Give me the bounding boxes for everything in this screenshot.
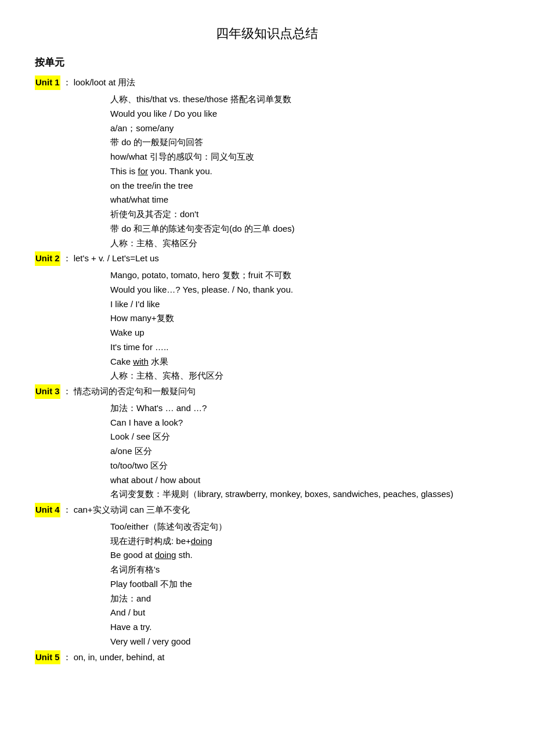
unit-line-1-9: 带 do 和三单的陈述句变否定句(do 的三单 does) xyxy=(110,222,499,236)
unit-line-4-7: Have a try. xyxy=(110,620,499,635)
unit-line-4-1: 现在进行时构成: be+doing xyxy=(110,534,499,549)
unit-line-1-8: 祈使句及其否定：don't xyxy=(110,207,499,222)
unit-first-line-1: look/loot at 用法 xyxy=(74,75,499,90)
unit-line-4-2: Be good at doing sth. xyxy=(110,548,499,563)
unit-line-2-6: Cake with 水果 xyxy=(110,355,499,369)
unit-first-line-5: on, in, under, behind, at xyxy=(74,650,499,665)
unit-line-3-6: 名词变复数：半规则（library, strawberry, monkey, b… xyxy=(110,487,499,502)
unit-line-2-0: Mango, potato, tomato, hero 复数；fruit 不可数 xyxy=(110,268,499,283)
unit-label-4: Unit 4 xyxy=(35,503,60,517)
unit-label-3: Unit 3 xyxy=(35,384,60,399)
unit-line-3-2: Look / see 区分 xyxy=(110,430,499,444)
page-title: 四年级知识点总结 xyxy=(35,23,499,44)
unit-line-1-5: This is for you. Thank you. xyxy=(110,164,499,179)
unit-label-2: Unit 2 xyxy=(35,251,60,266)
unit-line-3-4: to/too/two 区分 xyxy=(110,459,499,473)
unit-colon-5: ： xyxy=(63,650,71,665)
unit-content-2: Mango, potato, tomato, hero 复数；fruit 不可数… xyxy=(110,268,499,383)
unit-line-4-5: 加法：and xyxy=(110,592,499,606)
unit-first-line-4: can+实义动词 can 三单不变化 xyxy=(74,503,499,517)
unit-content-4: Too/either（陈述句改否定句）现在进行时构成: be+doingBe g… xyxy=(110,520,499,649)
unit-label-5: Unit 5 xyxy=(35,650,60,665)
unit-line-2-5: It's time for ….. xyxy=(110,340,499,355)
unit-line-1-7: what/what time xyxy=(110,193,499,207)
unit-line-1-6: on the tree/in the tree xyxy=(110,179,499,193)
unit-line-1-3: 带 do 的一般疑问句回答 xyxy=(110,135,499,150)
unit-first-line-3: 情态动词的否定句和一般疑问句 xyxy=(74,384,499,399)
unit-line-2-1: Would you like…? Yes, please. / No, than… xyxy=(110,283,499,297)
unit-line-4-8: Very well / very good xyxy=(110,635,499,649)
unit-label-1: Unit 1 xyxy=(35,75,60,90)
unit-line-4-4: Play football 不加 the xyxy=(110,577,499,592)
unit-line-2-3: How many+复数 xyxy=(110,311,499,326)
unit-line-3-3: a/one 区分 xyxy=(110,444,499,459)
units-container: Unit 1：look/loot at 用法人称、this/that vs. t… xyxy=(35,75,499,664)
unit-colon-2: ： xyxy=(63,251,71,266)
unit-block-2: Unit 2：let's + v. / Let's=Let usMango, p… xyxy=(35,251,499,383)
unit-line-1-2: a/an；some/any xyxy=(110,121,499,136)
unit-first-row-1: Unit 1：look/loot at 用法 xyxy=(35,75,499,90)
section-heading: 按单元 xyxy=(35,55,499,71)
unit-line-3-5: what about / how about xyxy=(110,473,499,488)
unit-block-5: Unit 5：on, in, under, behind, at xyxy=(35,650,499,665)
unit-line-2-4: Wake up xyxy=(110,326,499,340)
unit-line-1-10: 人称：主格、宾格区分 xyxy=(110,236,499,251)
unit-first-row-5: Unit 5：on, in, under, behind, at xyxy=(35,650,499,665)
unit-colon-4: ： xyxy=(63,503,71,517)
unit-line-4-3: 名词所有格's xyxy=(110,563,499,577)
unit-first-row-3: Unit 3：情态动词的否定句和一般疑问句 xyxy=(35,384,499,399)
unit-line-3-0: 加法：What's … and …? xyxy=(110,401,499,416)
unit-block-4: Unit 4：can+实义动词 can 三单不变化Too/either（陈述句改… xyxy=(35,503,499,649)
unit-first-line-2: let's + v. / Let's=Let us xyxy=(74,251,499,266)
unit-line-4-6: And / but xyxy=(110,606,499,620)
unit-block-1: Unit 1：look/loot at 用法人称、this/that vs. t… xyxy=(35,75,499,250)
unit-content-3: 加法：What's … and …?Can I have a look?Look… xyxy=(110,401,499,502)
unit-first-row-2: Unit 2：let's + v. / Let's=Let us xyxy=(35,251,499,266)
unit-line-2-7: 人称：主格、宾格、形代区分 xyxy=(110,369,499,383)
unit-colon-1: ： xyxy=(63,75,71,90)
unit-line-4-0: Too/either（陈述句改否定句） xyxy=(110,520,499,534)
unit-first-row-4: Unit 4：can+实义动词 can 三单不变化 xyxy=(35,503,499,517)
unit-line-2-2: I like / I'd like xyxy=(110,297,499,312)
unit-block-3: Unit 3：情态动词的否定句和一般疑问句加法：What's … and …?C… xyxy=(35,384,499,502)
unit-content-1: 人称、this/that vs. these/those 搭配名词单复数Woul… xyxy=(110,92,499,250)
unit-line-1-0: 人称、this/that vs. these/those 搭配名词单复数 xyxy=(110,92,499,107)
unit-colon-3: ： xyxy=(63,384,71,399)
unit-line-3-1: Can I have a look? xyxy=(110,416,499,430)
unit-line-1-1: Would you like / Do you like xyxy=(110,107,499,121)
unit-line-1-4: how/what 引导的感叹句：同义句互改 xyxy=(110,150,499,164)
